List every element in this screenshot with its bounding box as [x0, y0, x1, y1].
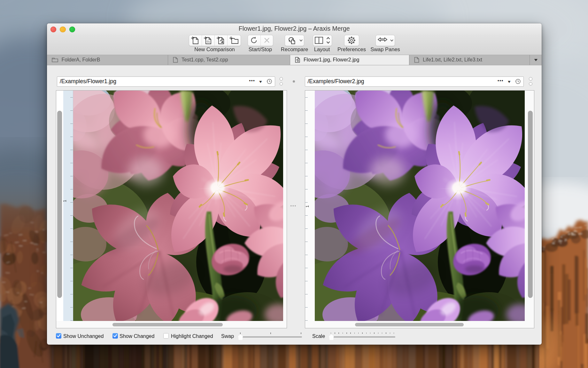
svg-text:01: 01 [207, 40, 210, 43]
